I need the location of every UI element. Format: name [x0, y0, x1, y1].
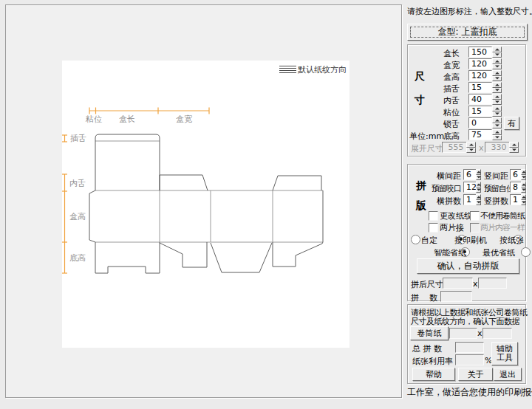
- two-piece-checkbox[interactable]: [429, 223, 438, 233]
- box-length-input[interactable]: 150: [468, 47, 492, 58]
- roll-width-field: [449, 328, 477, 339]
- spin-down-icon[interactable]: [492, 135, 502, 141]
- spin-down-icon[interactable]: [492, 123, 502, 129]
- box-length-label: 盒长: [430, 48, 460, 59]
- unfold-width-spinner: [466, 142, 476, 153]
- best-save-radio[interactable]: [521, 247, 531, 257]
- spin-down-icon[interactable]: [476, 188, 481, 193]
- spin-up-icon[interactable]: [521, 194, 526, 200]
- glue-flap-label: 粘位: [430, 107, 460, 118]
- spin-up-icon[interactable]: [492, 47, 502, 52]
- dim-label-tuck: 插舌: [70, 134, 86, 143]
- paper-usage-label: 纸张利用率: [412, 356, 453, 367]
- spin-up-icon[interactable]: [476, 182, 481, 188]
- box-height-value: 120: [471, 71, 487, 80]
- tuck-spinner[interactable]: [492, 82, 502, 93]
- spin-up-icon[interactable]: [492, 94, 502, 100]
- helper-tools-button[interactable]: 辅助 工具: [491, 342, 518, 365]
- lock-toggle-button[interactable]: 有: [504, 117, 519, 130]
- dust-flap-input[interactable]: 40: [468, 94, 492, 105]
- spin-down-icon[interactable]: [492, 100, 502, 106]
- h-count-spinner[interactable]: [476, 194, 481, 205]
- spin-down-icon[interactable]: [476, 175, 481, 181]
- roll-paper-button[interactable]: 卷筒纸: [410, 326, 449, 340]
- no-roll-paper-checkbox[interactable]: [470, 211, 480, 221]
- result-size-label: 拼后尺寸: [411, 279, 443, 290]
- spin-up-icon[interactable]: [492, 129, 502, 135]
- h-gap-spinner[interactable]: [476, 169, 481, 180]
- exit-button[interactable]: 退出: [494, 368, 522, 381]
- spin-down-icon[interactable]: [492, 111, 502, 117]
- two-same-label: 两片内容一样: [480, 222, 525, 233]
- status-bar-text: 工作室，做适合您使用的印刷报价软件: [407, 386, 532, 399]
- box-length-value: 150: [471, 47, 487, 57]
- gripper-spinner[interactable]: [476, 182, 481, 193]
- spin-up-icon[interactable]: [521, 169, 526, 175]
- result-height-field: [478, 278, 507, 289]
- h-gap-label: 横间距: [426, 171, 461, 182]
- spin-down-icon[interactable]: [492, 64, 502, 70]
- glue-flap-value: 15: [471, 106, 482, 116]
- lock-tongue-spinner[interactable]: [492, 117, 502, 128]
- smart-save-radio-label: 智能省纸: [434, 247, 466, 258]
- v-gap-spinner[interactable]: [521, 169, 526, 180]
- spin-up-icon[interactable]: [492, 82, 502, 88]
- spin-up-icon[interactable]: [492, 58, 502, 64]
- custom-radio[interactable]: [411, 235, 420, 244]
- spin-down-icon[interactable]: [521, 175, 526, 181]
- tuck-input[interactable]: 15: [468, 82, 492, 93]
- box-type-button[interactable]: 盒型: 上盖扣底: [407, 24, 528, 41]
- spin-down-icon: [509, 148, 519, 154]
- design-preview-panel: 默认纸纹方向 粘位 盒长 盒宽 插舌 内舌 盒高 底高: [5, 4, 402, 398]
- box-length-spinner[interactable]: [492, 47, 502, 58]
- glue-flap-input[interactable]: 15: [468, 106, 492, 117]
- roll-times-separator: x: [477, 329, 482, 338]
- box-type-button-label: 盒型: 上盖扣底: [410, 27, 525, 38]
- dieline-cuts: [89, 134, 323, 273]
- dust-flap-value: 40: [471, 94, 482, 104]
- spin-up-icon[interactable]: [492, 106, 502, 111]
- bottom-height-input[interactable]: 75: [468, 129, 492, 140]
- h-count-label: 横拼数: [426, 196, 461, 207]
- paper-usage-field: [455, 354, 484, 365]
- spin-down-icon[interactable]: [492, 52, 502, 58]
- spin-up-icon[interactable]: [476, 194, 481, 200]
- spin-down-icon[interactable]: [492, 88, 502, 94]
- spin-down-icon[interactable]: [476, 200, 481, 206]
- size-group-title-char1: 尺: [415, 70, 425, 83]
- helper-tools-label-line2: 工具: [497, 354, 513, 362]
- v-count-spinner[interactable]: [521, 194, 526, 205]
- lock-tongue-value: 0: [471, 118, 477, 128]
- box-width-spinner[interactable]: [492, 58, 502, 69]
- side-guide-spinner[interactable]: [521, 182, 526, 193]
- grain-direction-label: 默认纸纹方向: [298, 65, 347, 75]
- lock-tongue-input[interactable]: 0: [468, 117, 492, 128]
- paper-group: 请根据以上数据和纸张公司卷筒纸 尺寸及纸纹方向，确认下面数据 卷筒纸 x 总 拼…: [407, 304, 526, 384]
- dieline-canvas: 默认纸纹方向 粘位 盒长 盒宽 插舌 内舌 盒高 底高: [62, 61, 349, 348]
- confirm-impose-button[interactable]: 确认，自动拼版: [417, 258, 519, 274]
- dust-flap-spinner[interactable]: [492, 94, 502, 105]
- total-count-field: [455, 342, 484, 353]
- box-width-input[interactable]: 120: [468, 58, 492, 69]
- dim-label-dust: 内舌: [69, 179, 86, 188]
- box-height-input[interactable]: 120: [468, 70, 492, 81]
- unfold-times-separator: x: [479, 143, 484, 153]
- about-button[interactable]: 关于: [458, 368, 493, 381]
- spin-down-icon[interactable]: [521, 188, 526, 193]
- help-button[interactable]: 帮助: [412, 368, 455, 381]
- spin-up-icon[interactable]: [521, 182, 526, 188]
- two-same-checkbox: [470, 223, 480, 233]
- spin-up-icon[interactable]: [476, 169, 481, 175]
- spin-up-icon[interactable]: [492, 70, 502, 76]
- spin-down-icon[interactable]: [492, 76, 502, 82]
- box-width-label: 盒宽: [430, 60, 460, 71]
- unfold-size-label: 展开尺寸: [411, 143, 443, 154]
- change-grain-checkbox[interactable]: [429, 211, 438, 221]
- spin-up-icon: [509, 142, 519, 148]
- box-width-value: 120: [471, 59, 487, 69]
- box-height-spinner[interactable]: [492, 70, 502, 81]
- glue-flap-spinner[interactable]: [492, 106, 502, 117]
- bottom-height-spinner[interactable]: [492, 129, 502, 140]
- spin-down-icon[interactable]: [521, 200, 526, 206]
- spin-up-icon[interactable]: [492, 117, 502, 123]
